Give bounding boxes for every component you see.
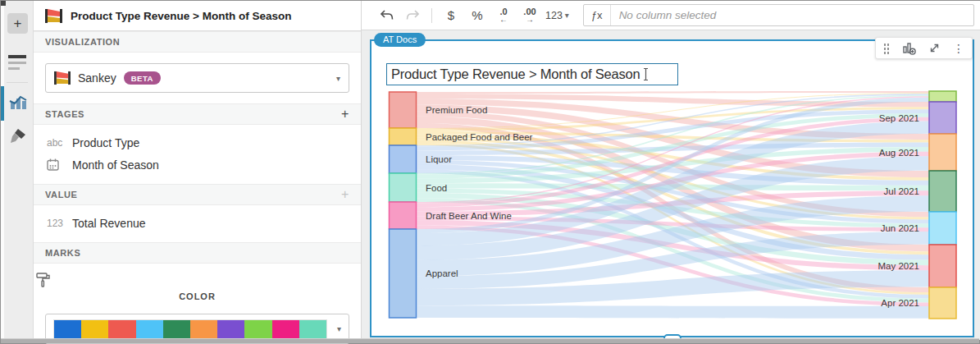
number-format-label: 123: [545, 10, 563, 21]
currency-format-button[interactable]: $: [440, 5, 462, 26]
kebab-menu-icon[interactable]: ⋮: [953, 43, 964, 54]
redo-button[interactable]: [402, 5, 423, 26]
sankey-node[interactable]: [390, 92, 417, 128]
color-mark-label: COLOR: [34, 291, 361, 301]
palette-swatch[interactable]: [190, 320, 217, 338]
sankey-node[interactable]: [929, 171, 956, 212]
stages-section-header: STAGES +: [34, 103, 361, 125]
palette-swatch[interactable]: [163, 320, 190, 338]
text-type-icon: abc: [47, 137, 65, 149]
chart-panel[interactable]: AT Docs: [370, 39, 974, 337]
sankey-node-label: Sep 2021: [879, 113, 919, 123]
number-type-icon: 123: [47, 218, 65, 229]
fx-icon: ƒx: [584, 5, 611, 25]
formula-placeholder: No column selected: [611, 9, 717, 21]
sankey-node[interactable]: [390, 229, 417, 318]
sankey-node[interactable]: [390, 202, 417, 229]
add-stage-button[interactable]: +: [341, 107, 349, 122]
color-mark[interactable]: COLOR: [34, 264, 361, 306]
window-corner: [1, 1, 6, 6]
sankey-node[interactable]: [929, 134, 956, 171]
palette-swatch[interactable]: [108, 320, 135, 338]
element-mini-toolbar: ⋮: [875, 37, 973, 59]
add-value-button[interactable]: +: [341, 187, 349, 202]
explore-chart-icon[interactable]: [902, 41, 916, 55]
decrease-decimals-button[interactable]: .0 ←: [493, 5, 514, 26]
palette-swatch[interactable]: [272, 320, 299, 338]
marks-label: MARKS: [45, 248, 80, 258]
percent-format-button[interactable]: %: [467, 5, 488, 26]
palette-swatch[interactable]: [299, 320, 326, 338]
sankey-node-label: Jun 2021: [881, 223, 919, 233]
app-window: +: [0, 0, 980, 344]
page-outline-icon[interactable]: [8, 55, 26, 70]
palette-swatch[interactable]: [54, 320, 81, 338]
palette-swatch[interactable]: [136, 320, 163, 338]
palette-swatch[interactable]: [244, 320, 271, 338]
workbook-canvas: AT Docs: [362, 30, 980, 340]
chart-settings-icon[interactable]: [7, 91, 29, 112]
sankey-node-label: Aug 2021: [879, 148, 919, 158]
value-item-total-revenue[interactable]: 123 Total Revenue: [34, 212, 361, 234]
sankey-chart: Premium FoodPackaged Food and BeerLiquor…: [388, 89, 970, 323]
sankey-node-label: Food: [426, 183, 447, 193]
palette-swatch[interactable]: [81, 320, 108, 338]
sankey-node-label: Liquor: [426, 154, 452, 164]
drag-handle-icon[interactable]: [883, 43, 890, 54]
sankey-viz-icon: [54, 71, 71, 85]
visualization-section-header: VISUALIZATION: [34, 31, 361, 53]
calendar-icon: [47, 158, 65, 171]
sankey-node[interactable]: [929, 212, 956, 245]
stages-list: abc Product Type Month of Season: [34, 125, 361, 184]
chevron-down-icon: ▾: [337, 324, 341, 333]
add-element-button[interactable]: +: [7, 13, 28, 34]
formula-bar[interactable]: ƒx No column selected: [583, 4, 974, 26]
undo-button[interactable]: [376, 5, 397, 26]
palette-swatch[interactable]: [217, 320, 244, 338]
chevron-down-icon: ▾: [565, 11, 569, 20]
maximize-icon[interactable]: [928, 42, 941, 54]
arrow-right-icon: →: [526, 16, 534, 24]
visualization-label: VISUALIZATION: [45, 37, 120, 47]
chart-title-input[interactable]: Product Type Revenue > Month of Season: [386, 63, 678, 85]
value-list: 123 Total Revenue: [34, 205, 361, 242]
sankey-node[interactable]: [390, 173, 417, 202]
format-brush-icon[interactable]: [7, 126, 29, 147]
settings-sidebar: Product Type Revenue > Month of Season V…: [34, 1, 362, 340]
sankey-node-label: Premium Food: [426, 105, 487, 115]
sankey-flow[interactable]: [417, 91, 930, 94]
sankey-node[interactable]: [390, 145, 417, 173]
element-header: Product Type Revenue > Month of Season: [34, 1, 361, 31]
sankey-node[interactable]: [929, 245, 956, 287]
paint-roller-icon: [34, 271, 361, 289]
chart-title-text: Product Type Revenue > Month of Season: [391, 67, 640, 82]
format-toolbar: $ % .0 ← .00 → 123 ▾ ƒx No column sel: [362, 1, 980, 30]
sankey-node-label: Packaged Food and Beer: [426, 132, 533, 142]
sankey-flow[interactable]: [417, 305, 930, 319]
rail-edge: [1, 1, 4, 340]
sankey-node-label: Apr 2021: [881, 298, 919, 308]
value-item-label: Total Revenue: [72, 217, 146, 230]
sankey-node-label: Draft Beer And Wine: [426, 211, 512, 221]
marks-section-header: MARKS: [34, 242, 361, 264]
stage-item-label: Month of Season: [72, 158, 159, 172]
stage-item-product-type[interactable]: abc Product Type: [34, 131, 361, 154]
doc-badge[interactable]: AT Docs: [374, 33, 426, 47]
sankey-svg: Premium FoodPackaged Food and BeerLiquor…: [388, 89, 970, 323]
increase-decimals-button[interactable]: .00 →: [519, 5, 540, 26]
sankey-node[interactable]: [390, 128, 417, 145]
active-tab-indicator: [1, 86, 4, 121]
sankey-node-label: Apparel: [426, 268, 458, 278]
sankey-node-label: Jul 2021: [884, 186, 919, 196]
stage-item-month-of-season[interactable]: Month of Season: [34, 154, 361, 176]
window-bottom-edge: [1, 338, 979, 343]
value-label: VALUE: [45, 190, 77, 200]
sankey-node[interactable]: [929, 102, 956, 134]
sankey-node[interactable]: [929, 91, 956, 102]
number-format-dropdown[interactable]: 123 ▾: [545, 5, 569, 26]
stage-item-label: Product Type: [72, 136, 139, 149]
sankey-node[interactable]: [929, 287, 956, 319]
palette-swatches: [53, 319, 327, 339]
text-cursor-icon: [642, 67, 650, 81]
visualization-select[interactable]: Sankey BETA ▾: [45, 63, 349, 93]
